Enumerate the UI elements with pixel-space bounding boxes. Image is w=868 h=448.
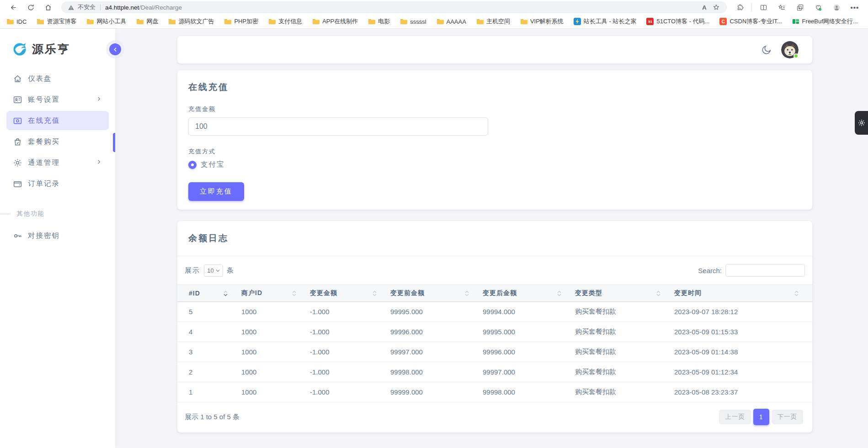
column-header-change-time[interactable]: 变更时间 xyxy=(674,285,812,302)
payment-method-option[interactable]: 支付宝 xyxy=(188,160,801,169)
freebuf-favicon xyxy=(792,18,799,25)
sort-icons[interactable] xyxy=(292,290,296,296)
profile-avatar-icon xyxy=(833,4,841,11)
sidebar-item-api-keys[interactable]: 对接密钥 xyxy=(6,226,109,245)
folder-icon xyxy=(37,18,44,25)
prev-page-button[interactable]: 上一页 xyxy=(719,410,751,424)
sort-icons[interactable] xyxy=(224,290,228,296)
home-button[interactable] xyxy=(41,1,55,13)
next-page-button[interactable]: 下一页 xyxy=(772,410,804,424)
search-input[interactable] xyxy=(725,264,805,277)
favorite-star-button[interactable] xyxy=(710,2,722,12)
current-page-button[interactable]: 1 xyxy=(753,409,769,425)
sidebar: 源乐亨 仪表盘 账号设置 在线充值 套餐购买 xyxy=(0,29,115,448)
bookmark-item[interactable]: AAAAA xyxy=(437,18,466,25)
browser-essentials-button[interactable] xyxy=(811,1,825,13)
dark-mode-toggle[interactable] xyxy=(761,44,772,55)
table-row[interactable]: 31000-1.00099997.00099996.000购买套餐扣款2023-… xyxy=(177,342,812,362)
settings-menu-button[interactable]: ••• xyxy=(848,1,862,13)
bookmark-item[interactable]: APP在线制作 xyxy=(312,17,358,26)
column-header-merchant-id[interactable]: 商户ID xyxy=(241,285,310,302)
table-row[interactable]: 51000-1.00099995.00099994.000购买套餐扣款2023-… xyxy=(177,302,812,322)
payment-method-alipay: 支付宝 xyxy=(201,160,225,169)
sidebar-collapse-button[interactable] xyxy=(109,43,121,55)
read-aloud-button[interactable]: A xyxy=(698,2,710,12)
sort-asc-icon xyxy=(656,290,660,293)
bookmark-item[interactable]: C CSDN博客-专业IT... xyxy=(719,17,782,26)
address-bar[interactable]: 不安全 a4.httple.net /Deal/Recharge A xyxy=(61,1,727,13)
table-row[interactable]: 11000-1.00099999.00099998.000购买套餐扣款2023-… xyxy=(177,382,812,402)
column-header-id[interactable]: #ID xyxy=(177,285,241,302)
recharge-now-button[interactable]: 立即充值 xyxy=(188,182,244,201)
sort-icons[interactable] xyxy=(656,290,660,296)
sort-icons[interactable] xyxy=(557,290,561,296)
amount-input[interactable] xyxy=(188,117,488,136)
bookmark-item[interactable]: VIP解析系统 xyxy=(520,17,564,26)
sidebar-item-package-purchase[interactable]: 套餐购买 xyxy=(6,132,109,151)
bookmark-item[interactable]: 网站小工具 xyxy=(86,17,126,26)
column-header-change-amount[interactable]: 变更金额 xyxy=(310,285,390,302)
bookmark-item[interactable]: 源码软文广告 xyxy=(168,17,214,26)
column-header-before-amount[interactable]: 变更前金额 xyxy=(390,285,483,302)
active-item-indicator xyxy=(113,133,115,152)
column-header-change-type[interactable]: 变更类型 xyxy=(575,285,674,302)
sidebar-item-label: 套餐购买 xyxy=(28,137,60,147)
column-header-after-amount[interactable]: 变更后金额 xyxy=(483,285,575,302)
log-card-header: 余额日志 xyxy=(177,221,812,256)
table-row[interactable]: 41000-1.00099996.00099995.000购买套餐扣款2023-… xyxy=(177,322,812,342)
chevron-down-icon xyxy=(216,269,220,273)
collections-button[interactable] xyxy=(793,1,807,13)
pagination: 上一页 1 下一页 xyxy=(719,409,803,425)
gear-icon xyxy=(13,158,22,168)
bookmark-item[interactable]: 资源宝博客 xyxy=(37,17,76,26)
split-screen-button[interactable] xyxy=(756,1,770,13)
sort-asc-icon xyxy=(557,290,561,293)
sidebar-item-account-settings[interactable]: 账号设置 xyxy=(6,90,109,109)
table-row[interactable]: 21000-1.00099998.00099997.000购买套餐扣款2023-… xyxy=(177,362,812,382)
log-card-title: 余额日志 xyxy=(188,232,801,244)
sort-icons[interactable] xyxy=(465,290,469,296)
sidebar-item-order-records[interactable]: 订单记录 xyxy=(6,174,109,193)
back-button[interactable] xyxy=(6,1,20,13)
user-avatar[interactable] xyxy=(781,41,799,58)
balance-log-table: #ID 商户ID 变更金额 变更前金额 变更后金额 变更类型 变更时间 5100… xyxy=(177,285,812,402)
bookmark-item[interactable]: 网盘 xyxy=(136,17,158,26)
radio-selected-icon[interactable] xyxy=(188,161,197,169)
sort-icons[interactable] xyxy=(373,290,377,296)
online-recharge-card: 在线充值 充值金额 充值方式 支付宝 立即充值 xyxy=(177,70,812,210)
page-size-group: 展示 10 条 xyxy=(185,264,234,277)
sidebar-section-other: 其他功能 xyxy=(0,210,115,218)
bookmark-item[interactable]: 主机空间 xyxy=(476,17,510,26)
sort-asc-icon xyxy=(224,290,228,293)
back-arrow-icon xyxy=(10,4,17,11)
bookmark-item[interactable]: 支付信息 xyxy=(268,17,302,26)
section-label: 其他功能 xyxy=(16,210,45,218)
amount-label: 充值金额 xyxy=(188,105,801,113)
bookmark-item[interactable]: 站长工具 - 站长之家 xyxy=(574,17,637,26)
sidebar-item-channel-management[interactable]: 通道管理 xyxy=(6,153,109,172)
sort-icons[interactable] xyxy=(794,290,799,296)
sidebar-menu: 仪表盘 账号设置 在线充值 套餐购买 通道管理 订单记 xyxy=(0,69,115,245)
section-dash xyxy=(0,214,10,214)
bookmark-item[interactable]: sssssl xyxy=(400,18,426,25)
extensions-button[interactable] xyxy=(733,1,747,13)
sort-asc-icon xyxy=(794,290,799,293)
table-controls: 展示 10 条 Search: xyxy=(177,256,812,285)
bookmark-item[interactable]: 电影 xyxy=(368,17,390,26)
bookmark-item[interactable]: IDC xyxy=(6,18,27,25)
bookmark-item[interactable]: 51 51CTO博客 - 代码... xyxy=(646,17,709,26)
bookmark-item[interactable]: FreeBuf网络安全行... xyxy=(792,17,858,26)
refresh-button[interactable] xyxy=(24,1,37,13)
bookmark-item[interactable]: PHP加密 xyxy=(224,17,258,26)
recharge-card-title: 在线充值 xyxy=(188,81,801,93)
sidebar-item-dashboard[interactable]: 仪表盘 xyxy=(6,69,109,88)
page-size-select[interactable]: 10 xyxy=(204,264,223,277)
sidebar-item-online-recharge[interactable]: 在线充值 xyxy=(6,111,109,130)
favorites-hub-button[interactable] xyxy=(775,1,788,13)
brand-logo[interactable]: 源乐亨 xyxy=(0,29,115,62)
read-aloud-icon: A xyxy=(702,4,706,11)
profile-button[interactable] xyxy=(830,1,843,13)
theme-customizer-toggle[interactable] xyxy=(855,111,868,135)
sidebar-item-label: 仪表盘 xyxy=(28,74,52,84)
csdn-favicon: C xyxy=(719,18,727,25)
